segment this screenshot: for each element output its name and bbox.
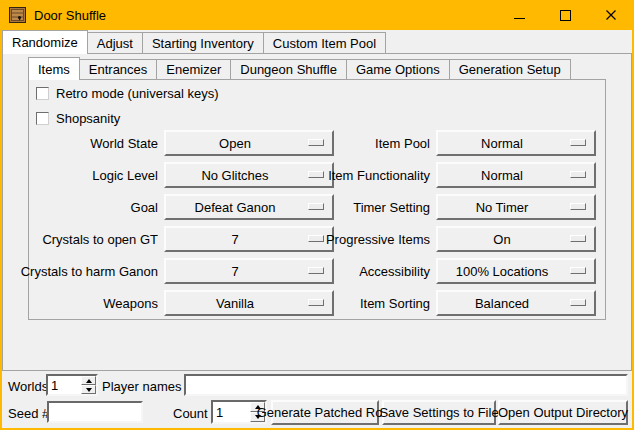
tab-generation-setup[interactable]: Generation Setup xyxy=(449,59,571,79)
client-area: Randomize Adjust Starting Inventory Cust… xyxy=(2,30,632,428)
worlds-spinner[interactable] xyxy=(46,374,98,396)
accessibility-dropdown[interactable]: 100% Locations xyxy=(436,258,596,284)
item-pool-dropdown[interactable]: Normal xyxy=(436,130,596,156)
worlds-spin-down-button[interactable] xyxy=(81,385,96,394)
timer-setting-dropdown[interactable]: No Timer xyxy=(436,194,596,220)
count-input[interactable] xyxy=(213,402,250,422)
tab-randomize[interactable]: Randomize xyxy=(2,30,88,54)
tab-items[interactable]: Items xyxy=(28,57,80,80)
item-sorting-dropdown[interactable]: Balanced xyxy=(436,290,596,316)
app-door-icon xyxy=(9,7,26,23)
save-settings-button[interactable]: Save Settings to File xyxy=(382,400,496,425)
worlds-spin-up-button[interactable] xyxy=(81,376,96,385)
maximize-icon xyxy=(560,10,571,21)
tab-game-options[interactable]: Game Options xyxy=(346,59,450,79)
app-window: Door Shuffle Randomize Adjust Starting I… xyxy=(0,0,634,430)
dropdown-indicator-icon xyxy=(570,139,586,146)
title-bar[interactable]: Door Shuffle xyxy=(0,0,634,30)
weapons-label: Weapons xyxy=(8,296,158,311)
dropdown-indicator-icon xyxy=(570,299,586,306)
tab-enemizer[interactable]: Enemizer xyxy=(156,59,231,79)
worlds-label: Worlds xyxy=(8,379,48,394)
dropdown-indicator-icon xyxy=(570,171,586,178)
main-tab-bar: Randomize Adjust Starting Inventory Cust… xyxy=(2,30,386,54)
progressive-items-dropdown[interactable]: On xyxy=(436,226,596,252)
minimize-button[interactable] xyxy=(496,0,542,30)
tab-adjust[interactable]: Adjust xyxy=(87,32,143,53)
item-sorting-label: Item Sorting xyxy=(280,296,430,311)
sub-tab-bar: Items Entrances Enemizer Dungeon Shuffle… xyxy=(28,57,571,80)
minimize-icon xyxy=(514,18,525,19)
item-pool-label: Item Pool xyxy=(280,136,430,151)
tab-starting-inventory[interactable]: Starting Inventory xyxy=(142,32,264,53)
close-icon xyxy=(605,9,617,21)
player-names-input[interactable] xyxy=(184,374,628,396)
progressive-items-label: Progressive Items xyxy=(280,232,430,247)
dropdown-indicator-icon xyxy=(570,267,586,274)
worlds-input[interactable] xyxy=(48,376,81,394)
goal-label: Goal xyxy=(8,200,158,215)
triangle-up-icon xyxy=(86,379,92,383)
crystals-harm-ganon-label: Crystals to harm Ganon xyxy=(8,264,158,279)
accessibility-label: Accessibility xyxy=(280,264,430,279)
dropdown-indicator-icon xyxy=(570,203,586,210)
player-names-label: Player names xyxy=(102,379,181,394)
item-functionality-label: Item Functionality xyxy=(280,168,430,183)
timer-setting-label: Timer Setting xyxy=(280,200,430,215)
triangle-down-icon xyxy=(86,388,92,392)
generate-patched-rom-button[interactable]: Generate Patched Rom xyxy=(271,400,379,425)
world-state-label: World State xyxy=(8,136,158,151)
seed-label: Seed # xyxy=(8,406,49,421)
close-button[interactable] xyxy=(588,0,634,30)
tab-dungeon-shuffle[interactable]: Dungeon Shuffle xyxy=(230,59,347,79)
tab-entrances[interactable]: Entrances xyxy=(79,59,158,79)
logic-level-label: Logic Level xyxy=(8,168,158,183)
window-title: Door Shuffle xyxy=(34,8,106,23)
retro-mode-checkbox[interactable] xyxy=(36,87,49,100)
maximize-button[interactable] xyxy=(542,0,588,30)
open-output-directory-button[interactable]: Open Output Directory xyxy=(498,400,628,425)
count-label: Count xyxy=(173,406,208,421)
shopsanity-label: Shopsanity xyxy=(56,111,120,126)
seed-input[interactable] xyxy=(47,401,143,423)
shopsanity-checkbox[interactable] xyxy=(36,112,49,125)
item-functionality-dropdown[interactable]: Normal xyxy=(436,162,596,188)
retro-mode-label: Retro mode (universal keys) xyxy=(56,86,219,101)
tab-custom-item-pool[interactable]: Custom Item Pool xyxy=(263,32,386,53)
dropdown-indicator-icon xyxy=(570,235,586,242)
crystals-open-gt-label: Crystals to open GT xyxy=(8,232,158,247)
